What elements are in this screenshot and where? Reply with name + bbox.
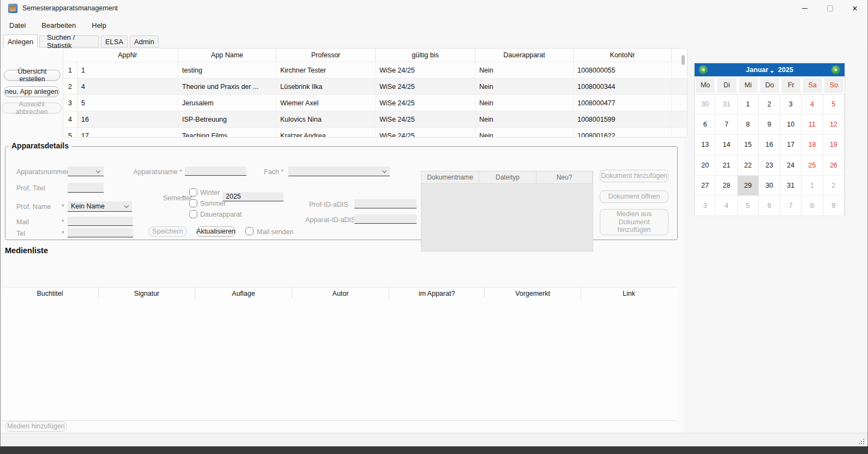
next-month-button[interactable] <box>831 65 840 74</box>
apparatsname-field[interactable] <box>185 166 246 176</box>
calendar-day[interactable]: 7 <box>716 115 737 135</box>
column-header-gueltig-bis[interactable]: gültig bis <box>376 49 475 62</box>
menu-item-help[interactable]: Help <box>92 21 106 29</box>
sommer-checkbox[interactable] <box>189 199 197 207</box>
calendar-day[interactable]: 31 <box>716 94 737 115</box>
calendar-day[interactable]: 27 <box>695 176 716 196</box>
cell-appname: testing <box>178 62 276 78</box>
menu-item-datei[interactable]: Datei <box>9 21 26 29</box>
table-row[interactable]: 5 17 Teaching Films Kratzer Andrea WiSe … <box>63 127 687 138</box>
tel-required-mark: * <box>62 230 64 237</box>
calendar-day[interactable]: 9 <box>823 196 845 216</box>
tab-suchen-statistik[interactable]: Suchen / Statistik <box>39 35 99 47</box>
column-header-kontonr[interactable]: KontoNr <box>574 49 672 62</box>
column-header-vorgemerkt[interactable]: Vorgemerkt <box>485 288 581 299</box>
column-header-neu[interactable]: Neu? <box>537 171 593 183</box>
calendar-day[interactable]: 1 <box>738 94 759 115</box>
column-header-appnr[interactable]: AppNr <box>77 49 178 62</box>
minimize-button[interactable] <box>792 0 817 16</box>
calendar-day[interactable]: 3 <box>695 196 716 216</box>
tab-admin[interactable]: Admin <box>130 35 159 47</box>
table-row[interactable]: 4 16 ISP-Betreuung Kulovics Nina WiSe 24… <box>63 111 687 127</box>
calendar-day[interactable]: 23 <box>759 156 780 176</box>
calendar-month[interactable]: Januar <box>746 66 768 74</box>
calendar-day[interactable]: 18 <box>801 135 823 155</box>
column-header-dokumentname[interactable]: Dokumentname <box>421 171 479 183</box>
calendar-day[interactable]: 17 <box>780 135 801 155</box>
tel-field[interactable] <box>68 228 133 237</box>
close-button[interactable]: ✕ <box>842 0 867 16</box>
calendar-day[interactable]: 5 <box>823 94 845 115</box>
calendar-day[interactable]: 2 <box>759 94 780 115</box>
calendar-day[interactable]: 15 <box>738 135 759 155</box>
column-header-buchtitel[interactable]: Buchtitel <box>2 288 99 299</box>
calendar-day[interactable]: 24 <box>780 156 801 176</box>
prev-month-button[interactable] <box>699 65 708 74</box>
winter-checkbox[interactable] <box>189 188 197 196</box>
calendar-title[interactable]: Januar 2025 <box>746 66 793 74</box>
apparatsnummer-combobox[interactable] <box>68 166 104 176</box>
calendar-day[interactable]: 29 <box>738 176 759 196</box>
mail-senden-checkbox[interactable] <box>245 227 254 235</box>
tab-elsa[interactable]: ELSA <box>101 35 128 47</box>
calendar-day[interactable]: 2 <box>823 176 845 196</box>
calendar-day[interactable]: 7 <box>780 196 801 216</box>
uebersicht-erstellen-button[interactable]: Übersicht erstellen <box>4 70 61 81</box>
calendar-day[interactable]: 25 <box>801 156 823 176</box>
column-header-professor[interactable]: Professor <box>276 49 376 62</box>
table-row[interactable]: 2 4 Theorie und Praxis der ... Lüsebrink… <box>63 78 687 94</box>
calendar-day[interactable]: 30 <box>695 94 716 115</box>
column-header-dateityp[interactable]: Dateityp <box>479 171 537 183</box>
calendar-day[interactable]: 31 <box>780 176 801 196</box>
column-header-signatur[interactable]: Signatur <box>99 288 195 299</box>
table-row[interactable]: 3 5 Jerusalem Wiemer Axel WiSe 24/25 Nei… <box>63 94 687 111</box>
calendar-day[interactable]: 4 <box>716 196 737 216</box>
menu-item-bearbeiten[interactable]: Bearbeiten <box>41 21 76 29</box>
semester-year-field[interactable]: 2025 <box>222 192 284 201</box>
calendar-day[interactable]: 22 <box>738 156 759 176</box>
neue-app-anlegen-button[interactable]: neu. App anlegen <box>4 86 59 97</box>
calendar-day[interactable]: 3 <box>780 94 801 115</box>
calendar-day[interactable]: 19 <box>823 135 845 155</box>
column-header-appname[interactable]: App Name <box>178 49 276 62</box>
prof-id-adis-field[interactable] <box>354 199 417 208</box>
row-number: 3 <box>63 95 77 111</box>
calendar-day[interactable]: 30 <box>759 176 780 196</box>
calendar-day[interactable]: 21 <box>716 156 737 176</box>
calendar-day[interactable]: 16 <box>759 135 780 155</box>
calendar-day[interactable]: 9 <box>759 115 780 135</box>
dauerapparat-checkbox[interactable] <box>189 210 197 218</box>
calendar-year[interactable]: 2025 <box>778 66 793 74</box>
calendar-day[interactable]: 13 <box>695 135 716 155</box>
calendar-day[interactable]: 6 <box>695 115 716 135</box>
calendar-day[interactable]: 4 <box>801 94 823 115</box>
mail-field[interactable] <box>68 217 133 226</box>
prof-name-combobox[interactable]: Kein Name <box>68 201 132 212</box>
calendar-day[interactable]: 6 <box>759 196 780 216</box>
calendar-day[interactable]: 11 <box>801 115 823 135</box>
table-row[interactable]: 1 1 testing Kirchner Tester WiSe 24/25 N… <box>63 62 687 78</box>
calendar-day[interactable]: 28 <box>716 176 737 196</box>
column-header-auflage[interactable]: Auflage <box>195 288 292 299</box>
table-scrollbar-thumb[interactable] <box>682 55 685 65</box>
calendar-day[interactable]: 5 <box>738 196 759 216</box>
fach-combobox[interactable] <box>288 166 390 176</box>
calendar-day[interactable]: 1 <box>801 176 823 196</box>
prof-titel-field[interactable] <box>68 183 104 193</box>
apparat-id-adis-field[interactable] <box>354 214 417 224</box>
maximize-button[interactable] <box>817 0 842 16</box>
tab-anlegen[interactable]: Anlegen <box>3 34 38 48</box>
calendar-day[interactable]: 8 <box>801 196 823 216</box>
resize-grip-icon[interactable] <box>858 438 864 444</box>
column-header-link[interactable]: Link <box>581 288 677 299</box>
calendar-day[interactable]: 12 <box>823 115 845 135</box>
column-header-autor[interactable]: Autor <box>292 288 389 299</box>
calendar-day[interactable]: 14 <box>716 135 737 155</box>
aktualisieren-button[interactable]: Aktualisieren <box>196 226 236 237</box>
calendar-day[interactable]: 26 <box>823 156 845 176</box>
column-header-im-apparat[interactable]: im Apparat? <box>389 288 485 299</box>
calendar-day[interactable]: 10 <box>780 115 801 135</box>
column-header-dauerapparat[interactable]: Dauerapparat <box>475 49 574 62</box>
calendar-day[interactable]: 8 <box>738 115 759 135</box>
calendar-day[interactable]: 20 <box>695 156 716 176</box>
